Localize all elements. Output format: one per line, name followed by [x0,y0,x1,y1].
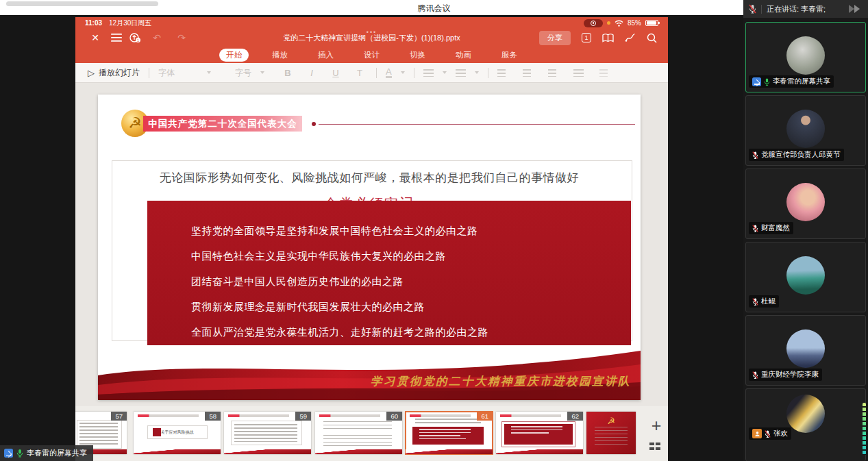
participant-tile[interactable]: 李春雷的屏幕共享 [745,22,866,92]
app-logo-icon [847,3,863,14]
tab-service[interactable]: 服务 [495,49,524,62]
font-size-select[interactable]: 字号 [235,67,251,79]
participant-tile[interactable]: 杜鲲 [745,242,866,312]
read-mode-icon[interactable] [602,34,614,42]
thumbnail-last[interactable]: ☭ [586,412,636,454]
slide-point: 坚持党的全面领导是坚持和发展中国特色社会主义的必由之路 [191,218,631,243]
current-slide[interactable]: ☭ 中国共产党第二十次全国代表大会 无论国际形势如何变化、风险挑战如何严峻，最根… [98,95,641,400]
italic-button[interactable]: I [304,68,319,78]
chevron-down-icon [207,71,211,74]
wifi-icon [615,20,623,27]
tencent-meeting-window: 腾讯会议 11:03 12月30日周五 85% ••• ✕ [0,0,868,461]
thumbnail-caption: 关于应对风险挑战 [134,429,221,436]
thumbnail-58[interactable]: 58 关于应对风险挑战 [134,412,221,454]
slide-point: 中国特色社会主义是实现中华民族伟大复兴的必由之路 [191,243,631,269]
align-left-icon[interactable] [497,69,506,77]
wps-toolbar: ••• ✕ 1 ↶ ↷ 党的二十大精神宣讲提纲（进校园-下发）(1)(18).p… [75,29,668,47]
thumbnail-emblem-icon: ☭ [607,416,615,426]
hotspot-icon [607,21,610,25]
mic-muted-icon [752,371,758,379]
avatar [786,329,825,368]
slide-point: 全面从严治党是党永葆生机活力、走好新的赶考之路的必由之路 [191,319,631,345]
align-justify-icon[interactable] [573,69,584,77]
slide-canvas[interactable]: ☭ 中国共产党第二十次全国代表大会 无论国际形势如何变化、风险挑战如何严峻，最根… [75,83,668,406]
participant-label: 重庆财经学院李康 [749,369,822,381]
header-dot [312,122,316,126]
play-slideshow-button[interactable]: ▷ 播放幻灯片 [88,67,140,79]
tab-animation[interactable]: 动画 [449,49,478,62]
slide-quote: 无论国际形势如何变化、风险挑战如何严峻，最根本的是把我们自己的事情做好 [98,170,641,186]
slide-number-icon[interactable]: 1 [582,33,591,42]
volume-level-bar [863,403,866,455]
bullet-list-icon[interactable] [423,69,434,77]
ipad-status-bar: 11:03 12月30日周五 85% [75,17,668,29]
tab-insert[interactable]: 插入 [311,49,340,62]
font-name-select[interactable]: 字体 [158,67,198,79]
slide-header-banner: 中国共产党第二十次全国代表大会 [143,116,302,132]
participant-label: 财富魔然 [749,222,793,234]
wps-ribbon: ▷ 播放幻灯片 字体 字号 B I U T A [75,63,668,83]
bold-button[interactable]: B [280,68,295,78]
screen-share-icon [4,449,13,458]
share-banner-text: 李春雷的屏幕共享 [27,448,87,458]
participant-label: 党服宣传部负责人邱黄节 [749,149,844,161]
self-mic-muted-icon[interactable] [749,4,756,14]
participant-label: 杜鲲 [749,295,779,308]
mic-on-icon [764,77,770,86]
participant-label: 张欢 [749,427,791,440]
chevron-down-icon [475,71,479,74]
screen-share-icon [752,77,761,86]
line-spacing-icon[interactable] [599,69,608,77]
participant-tile[interactable]: 财富魔然 [745,169,866,239]
slide-filmstrip: 57 58 关于应对风险挑战 59 60 [75,406,668,461]
participant-tile[interactable]: 重庆财经学院李康 [745,315,866,386]
window-titlebar: 腾讯会议 [0,0,868,15]
numbered-list-icon[interactable] [456,69,466,77]
participant-tile[interactable]: 党服宣传部负责人邱黄节 [745,95,866,166]
tab-transition[interactable]: 切换 [403,49,432,62]
share-doc-button[interactable]: 分享 [539,31,571,45]
mic-muted-icon [765,429,771,438]
participant-tile[interactable]: 张欢 [745,388,866,461]
play-icon: ▷ [88,68,95,78]
search-icon[interactable] [647,33,657,43]
thumbnail-59[interactable]: 59 [224,412,311,454]
shared-screen: 11:03 12月30日周五 85% ••• ✕ [75,17,668,461]
pen-tool-icon[interactable] [625,33,636,42]
header-line [319,124,635,125]
thumbnail-60[interactable]: 60 [315,412,402,454]
mic-on-icon [16,449,23,458]
participants-panel: 正在讲话: 李春雷; 李春雷的屏幕共享 [743,0,868,461]
mic-muted-icon [752,224,758,233]
window-title: 腾讯会议 [0,3,868,14]
participant-label: 李春雷的屏幕共享 [749,75,834,88]
slide-footer-text: 学习贯彻党的二十大精神重庆市进校园宣讲队 [371,374,631,389]
align-center-icon[interactable] [523,69,531,77]
avatar [786,110,825,148]
panel-header: 正在讲话: 李春雷; [743,0,868,18]
thumbnail-62[interactable]: 62 [496,412,583,454]
avatar [786,256,825,295]
tab-play[interactable]: 播放 [265,49,295,62]
avatar [786,395,825,433]
mic-muted-icon [752,151,758,160]
screen-share-banner[interactable]: 李春雷的屏幕共享 [0,445,93,461]
avatar [786,36,825,75]
underline-button[interactable]: U [328,68,343,78]
status-time: 11:03 [85,19,102,27]
chevron-down-icon [401,71,405,74]
align-right-icon[interactable] [548,69,556,77]
thumbnail-61-selected[interactable]: 61 [406,412,493,454]
svg-text:1: 1 [137,38,139,42]
wps-tab-bar: 开始 播放 插入 设计 切换 动画 服务 [75,47,668,63]
screen-record-indicator[interactable] [584,19,603,27]
chevron-down-icon [260,71,264,74]
text-effect-button[interactable]: T [352,68,367,78]
slide-sorter-icon[interactable] [649,443,660,451]
tab-design[interactable]: 设计 [357,49,386,62]
add-slide-button[interactable]: + [648,416,665,436]
battery-percent: 85% [628,19,641,27]
tab-home[interactable]: 开始 [219,49,249,62]
chevron-down-icon [443,71,447,74]
font-color-button[interactable]: A [386,67,392,78]
